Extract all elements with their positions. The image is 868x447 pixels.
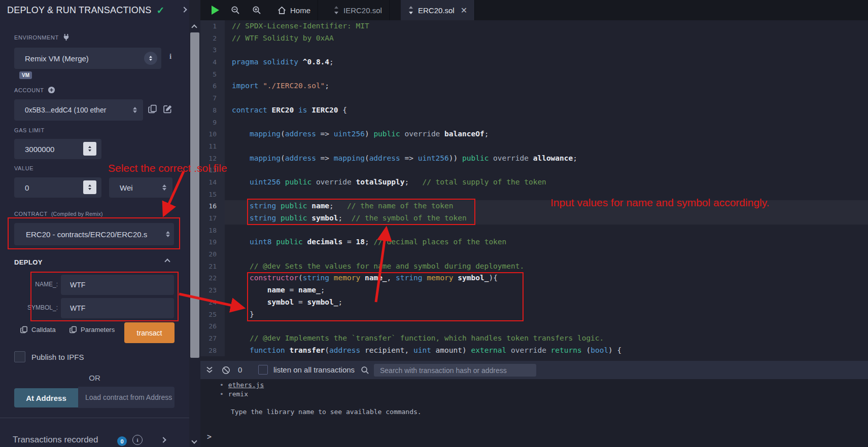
code-line-28[interactable]: 28 function transfer(address recipient, …	[200, 345, 868, 357]
line-number: 20	[200, 248, 225, 260]
terminal-search-input[interactable]	[374, 364, 536, 377]
line-number: 24	[200, 296, 225, 309]
terminal-library-label[interactable]: ethers.js	[228, 381, 264, 389]
symbol-field-label: SYMBOL_:	[25, 304, 58, 311]
code-line-6[interactable]: 6import "./IERC20.sol";	[200, 80, 868, 92]
plug-icon	[62, 33, 70, 41]
panel-header: DEPLOY & RUN TRANSACTIONS ✓	[0, 0, 189, 20]
value-input-wrap	[14, 177, 101, 198]
code-line-16[interactable]: 16 string public name; // the name of th…	[200, 200, 868, 212]
code-line-10[interactable]: 10 mapping(address => uint256) public ov…	[200, 128, 868, 140]
environment-info-icon[interactable]: i	[169, 52, 171, 61]
code-line-13[interactable]: 13	[200, 164, 868, 176]
gas-limit-input-wrap	[14, 139, 101, 159]
environment-value: Remix VM (Merge)	[14, 54, 89, 63]
code-line-27[interactable]: 27 // @dev Implements the `transfer` fun…	[200, 332, 868, 345]
listen-checkbox[interactable]	[258, 365, 268, 375]
code-line-3[interactable]: 3	[200, 44, 868, 56]
chevron-updown-icon	[166, 231, 170, 237]
line-number: 6	[200, 80, 225, 92]
line-number: 10	[200, 128, 225, 140]
code-line-4[interactable]: 4pragma solidity ^0.8.4;	[200, 56, 868, 68]
code-line-14[interactable]: 14 uint256 public override totalSupply; …	[200, 176, 868, 189]
code-line-1[interactable]: 1// SPDX-License-Identifier: MIT	[200, 20, 868, 32]
code-line-25[interactable]: 25 }	[200, 309, 868, 321]
stepper-icon[interactable]	[83, 142, 96, 156]
line-number: 26	[200, 320, 225, 332]
line-number: 15	[200, 189, 225, 201]
contract-value: ERC20 - contracts/ERC20/ERC20.s	[14, 230, 147, 239]
parameters-button[interactable]: Parameters	[70, 326, 115, 333]
terminal-prompt[interactable]: >	[207, 432, 212, 441]
code-line-18[interactable]: 18	[200, 225, 868, 237]
line-number: 9	[200, 117, 225, 129]
line-number: 5	[200, 68, 225, 81]
scroll-up-icon[interactable]	[191, 24, 197, 30]
expand-terminal-icon[interactable]	[205, 366, 214, 374]
code-line-23[interactable]: 23 name = name_;	[200, 284, 868, 296]
line-number: 13	[200, 164, 225, 176]
home-icon	[277, 6, 286, 15]
code-line-15[interactable]: 15	[200, 189, 868, 201]
code-line-2[interactable]: 2// WTF Solidity by 0xAA	[200, 32, 868, 45]
copy-icon[interactable]	[148, 104, 157, 114]
code-line-9[interactable]: 9	[200, 117, 868, 129]
or-label: OR	[0, 374, 189, 382]
value-input[interactable]	[14, 183, 75, 192]
code-line-17[interactable]: 17 string public symbol; // the symbol o…	[200, 212, 868, 225]
tab-erc20-sol[interactable]: ERC20.sol ✕	[401, 0, 475, 20]
run-script-icon[interactable]	[212, 6, 219, 15]
terminal-body[interactable]: •ethers.js•remix Type the library name t…	[200, 379, 868, 447]
calldata-button[interactable]: Calldata	[20, 326, 56, 333]
code-line-11[interactable]: 11	[200, 140, 868, 153]
terminal-library-item: •remix	[220, 390, 248, 398]
terminal-bar: 0 listen on all transactions	[200, 361, 868, 379]
info-circle-icon[interactable]: i	[132, 435, 143, 445]
environment-label: ENVIRONMENT	[14, 33, 70, 41]
block-icon[interactable]	[222, 366, 230, 375]
scroll-down-icon[interactable]	[191, 438, 197, 443]
contract-label: CONTRACT (Compiled by Remix)	[14, 211, 103, 217]
code-line-19[interactable]: 19 uint8 public decimals = 18; // decima…	[200, 236, 868, 248]
tab-home[interactable]: Home	[270, 0, 318, 20]
terminal-count: 0	[238, 365, 242, 374]
account-select[interactable]: 0x5B3...eddC4 (100 ether	[14, 99, 143, 121]
at-address-button[interactable]: At Address	[14, 388, 78, 407]
tab-ierc20-sol[interactable]: IERC20.sol	[326, 0, 390, 20]
vm-badge: VM	[19, 71, 32, 79]
code-line-24[interactable]: 24 symbol = symbol_;	[200, 296, 868, 309]
at-address-input[interactable]: Load contract from Address	[78, 387, 175, 408]
symbol-input[interactable]	[61, 304, 140, 312]
code-line-12[interactable]: 12 mapping(address => mapping(address =>…	[200, 153, 868, 165]
code-line-22[interactable]: 22 constructor(string memory name_, stri…	[200, 272, 868, 284]
transact-button[interactable]: transact	[124, 322, 175, 343]
code-line-7[interactable]: 7	[200, 92, 868, 104]
code-line-5[interactable]: 5	[200, 68, 868, 81]
line-number: 28	[200, 345, 225, 357]
collapse-icon[interactable]	[164, 258, 170, 264]
plus-circle-icon[interactable]	[48, 86, 55, 94]
zoom-out-icon[interactable]	[231, 6, 240, 15]
value-unit-select[interactable]: Wei	[109, 177, 172, 198]
panel-scrollbar[interactable]	[189, 20, 200, 447]
publish-ipfs-checkbox[interactable]	[14, 351, 25, 362]
code-line-20[interactable]: 20	[200, 248, 868, 260]
contract-select[interactable]: ERC20 - contracts/ERC20/ERC20.s	[14, 223, 174, 245]
stepper-icon[interactable]	[83, 180, 96, 194]
value-label: VALUE	[14, 165, 33, 171]
environment-select[interactable]: Remix VM (Merge)	[14, 48, 161, 69]
chevron-updown-icon	[162, 184, 166, 191]
edit-icon[interactable]	[163, 104, 172, 114]
code-line-21[interactable]: 21 // @dev Sets the values for name and …	[200, 260, 868, 273]
transactions-expand-icon[interactable]	[160, 437, 166, 442]
scrollbar-thumb[interactable]	[190, 32, 199, 358]
code-editor[interactable]: 1// SPDX-License-Identifier: MIT2// WTF …	[200, 20, 868, 361]
code-line-26[interactable]: 26	[200, 320, 868, 332]
terminal-library-item[interactable]: •ethers.js	[220, 381, 264, 389]
zoom-in-icon[interactable]	[252, 6, 261, 15]
gas-limit-input[interactable]	[14, 145, 75, 154]
name-input[interactable]	[61, 281, 140, 289]
code-line-8[interactable]: 8contract ERC20 is IERC20 {	[200, 104, 868, 117]
close-icon[interactable]: ✕	[461, 6, 467, 15]
panel-title: DEPLOY & RUN TRANSACTIONS	[7, 5, 151, 16]
